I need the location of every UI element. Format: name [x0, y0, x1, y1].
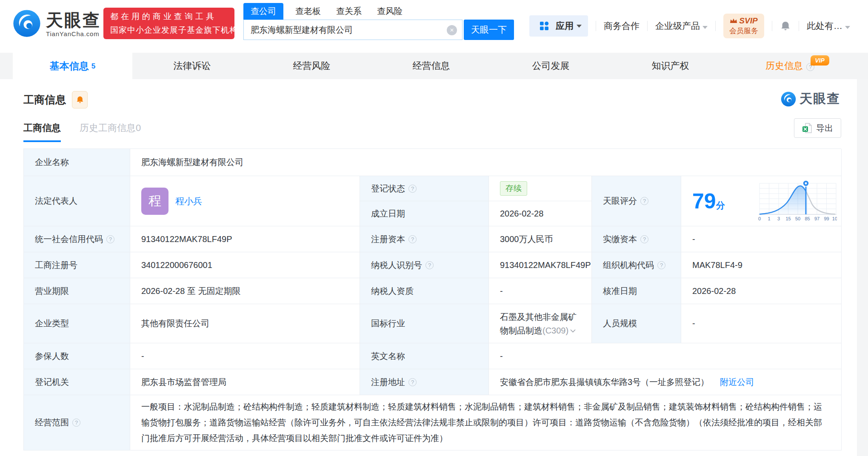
nearby-companies-link[interactable]: 附近公司	[720, 376, 754, 388]
divider	[799, 21, 799, 31]
table-row-company-name: 企业名称 肥东海螺新型建材有限公司	[24, 149, 841, 176]
industry-cell: 石墨及其他非金属矿物制品制造(C309)	[489, 304, 592, 343]
business-cooperation-link[interactable]: 商务合作	[604, 20, 640, 32]
field-label: 登记状态?	[360, 176, 489, 201]
help-icon[interactable]: ?	[640, 235, 648, 243]
apps-grid-icon	[540, 21, 549, 31]
svg-text:100: 100	[832, 216, 837, 221]
legal-rep-link[interactable]: 程小兵	[175, 195, 202, 207]
divider	[772, 21, 772, 31]
subtab-history-registration[interactable]: 历史工商信息0	[80, 122, 141, 142]
tab-legal-proceedings[interactable]: 法律诉讼	[132, 53, 252, 79]
search-input[interactable]	[244, 20, 462, 40]
export-button[interactable]: 导出	[794, 118, 841, 138]
help-icon[interactable]: ?	[640, 197, 648, 205]
apps-label: 应用	[556, 20, 574, 32]
search-tab-company[interactable]: 查公司	[243, 3, 283, 20]
taxpayer-qual-value: -	[489, 278, 592, 304]
main-content: 工商信息 天眼查 工商信息 历史工商信息0 导出 企业名称 肥东海螺新型建材有限…	[0, 79, 868, 456]
scrollbar[interactable]	[857, 79, 868, 456]
tab-intellectual-property[interactable]: 知识产权	[611, 53, 730, 79]
tianyancha-logo[interactable]: 天眼查 TianYanCha.com	[13, 9, 101, 39]
field-label: 人员规模	[592, 304, 681, 343]
table-row-legal-rep: 法定代表人 程 程小兵 登记状态? 存续 成立日期 2026-02-28 天眼评…	[24, 176, 841, 226]
field-label: 天眼评分?	[592, 176, 681, 226]
promo-line1: 都在用的商业查询工具	[110, 11, 228, 22]
help-icon[interactable]: ?	[72, 419, 80, 427]
score-value: 79	[692, 189, 716, 213]
business-info-table: 企业名称 肥东海螺新型建材有限公司 法定代表人 程 程小兵 登记状态? 存续 成…	[23, 148, 841, 450]
search-button[interactable]: 天眼一下	[464, 20, 514, 40]
score-unit: 分	[716, 200, 725, 210]
notification-bell-icon[interactable]	[780, 20, 791, 31]
field-label: 实缴资本?	[592, 226, 681, 252]
search-tab-risk[interactable]: 查风险	[377, 3, 403, 20]
tianyancha-logo-icon	[781, 91, 796, 107]
field-label: 企业名称	[24, 149, 130, 176]
svg-text:99: 99	[824, 216, 829, 221]
search-input-wrap: ✕	[243, 20, 463, 40]
field-label: 营业期限	[24, 278, 130, 304]
monitor-bell-button[interactable]	[72, 91, 88, 108]
help-icon[interactable]: ?	[657, 261, 665, 269]
table-row-business-scope: 经营范围? 一般项目：水泥制品制造；砼结构构件制造；轻质建筑材料制造；轻质建筑材…	[24, 395, 841, 450]
field-label: 登记机关	[24, 369, 130, 395]
reg-authority-value: 肥东县市场监督管理局	[130, 369, 360, 395]
section-title: 工商信息	[23, 93, 66, 107]
field-label: 纳税人识别号?	[360, 252, 489, 278]
uscc-value: 91340122MAK78LF49P	[130, 226, 360, 252]
crown-icon	[730, 18, 737, 24]
divider	[715, 21, 716, 31]
tianyancha-watermark: 天眼查	[781, 90, 840, 108]
account-menu[interactable]: 此处有…	[807, 20, 850, 32]
field-label: 核准日期	[592, 278, 681, 304]
org-code-value: MAK78LF4-9	[681, 252, 842, 278]
search-tab-relation[interactable]: 查关系	[336, 3, 362, 20]
table-row-business-term: 营业期限 2026-02-28 至 无固定期限 纳税人资质 - 核准日期 202…	[24, 278, 841, 304]
tab-count: 5	[91, 62, 95, 70]
chevron-down-icon[interactable]	[570, 323, 576, 336]
search-tabs: 查公司 查老板 查关系 查风险	[243, 3, 514, 20]
company-name-value: 肥东海螺新型建材有限公司	[130, 149, 842, 176]
field-label: 参保人数	[24, 343, 130, 369]
reg-number-value: 340122000676001	[130, 252, 360, 278]
help-icon[interactable]: ?	[408, 378, 417, 386]
header-right-nav: 应用 商务合作 企业级产品 SVIP 会员服务 此处有…	[529, 14, 850, 38]
top-header: 天眼查 TianYanCha.com 都在用的商业查询工具 国家中小企业发展子基…	[0, 0, 868, 53]
tab-business-info[interactable]: 经营信息	[371, 53, 491, 79]
staff-size-value: -	[681, 304, 842, 343]
score-distribution-chart: 0131550859799100	[756, 178, 837, 224]
help-icon[interactable]: ?	[106, 235, 114, 243]
svg-text:0: 0	[758, 216, 761, 221]
svg-text:1: 1	[768, 216, 770, 221]
table-row-company-type: 企业类型 其他有限责任公司 国标行业 石墨及其他非金属矿物制品制造(C309) …	[24, 304, 841, 343]
tab-operational-risk[interactable]: 经营风险	[252, 53, 371, 79]
enterprise-products-link[interactable]: 企业级产品	[655, 20, 708, 32]
field-label: 纳税人资质	[360, 278, 489, 304]
tab-history-info[interactable]: 历史信息? VIP	[730, 53, 850, 79]
tab-company-development[interactable]: 公司发展	[491, 53, 611, 79]
help-icon[interactable]: ?	[425, 261, 434, 269]
company-nav-bar: 基本信息5 法律诉讼 经营风险 经营信息 公司发展 知识产权 历史信息? VIP	[0, 53, 868, 79]
clear-search-icon[interactable]: ✕	[447, 25, 457, 35]
search-area: 查公司 查老板 查关系 查风险 ✕ 天眼一下	[243, 3, 514, 40]
subtab-business-registration[interactable]: 工商信息	[23, 122, 61, 142]
field-label: 统一社会信用代码?	[24, 226, 130, 252]
table-row-reg-number: 工商注册号 340122000676001 纳税人识别号? 91340122MA…	[24, 252, 841, 278]
apps-menu[interactable]: 应用	[529, 15, 588, 37]
table-row-uscc: 统一社会信用代码? 91340122MAK78LF49P 注册资本? 3000万…	[24, 226, 841, 252]
excel-icon	[802, 123, 812, 134]
taxpayer-id-value: 91340122MAK78LF49P	[489, 252, 592, 278]
search-tab-boss[interactable]: 查老板	[295, 3, 321, 20]
approval-date-value: 2026-02-28	[681, 278, 842, 304]
legal-rep-avatar[interactable]: 程	[141, 188, 168, 215]
business-scope-cell: 一般项目：水泥制品制造；砼结构构件制造；轻质建筑材料制造；轻质建筑材料销售；水泥…	[130, 395, 842, 450]
help-icon[interactable]: ?	[408, 235, 417, 243]
chevron-down-icon	[702, 26, 708, 29]
field-label: 国标行业	[360, 304, 489, 343]
tab-basic-info[interactable]: 基本信息5	[13, 53, 132, 79]
help-icon[interactable]: ?	[408, 185, 417, 193]
logo-text: 天眼查 TianYanCha.com	[46, 11, 101, 38]
field-label: 工商注册号	[24, 252, 130, 278]
svip-member-button[interactable]: SVIP 会员服务	[723, 14, 764, 38]
